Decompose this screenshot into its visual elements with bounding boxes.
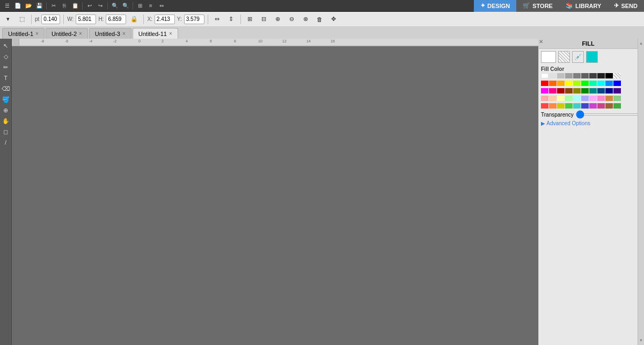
color-olive[interactable] xyxy=(573,88,581,94)
zoom-tool[interactable]: ⊕ xyxy=(1,105,11,115)
redo-icon[interactable]: ↪ xyxy=(96,1,105,11)
color-tan[interactable] xyxy=(605,96,613,101)
color-gray2[interactable] xyxy=(557,73,565,78)
cut-icon[interactable]: ✂ xyxy=(49,1,58,11)
library-button[interactable]: 📚 LIBRARY xyxy=(559,0,608,12)
ungroup-icon[interactable]: ⊟ xyxy=(258,13,270,25)
color-pink[interactable] xyxy=(549,88,557,94)
grid-icon[interactable]: ⊞ xyxy=(135,1,145,11)
color-yellow[interactable] xyxy=(565,81,573,86)
tab-close-2[interactable]: × xyxy=(79,31,82,37)
color-lightyellow[interactable] xyxy=(557,96,565,101)
color-medblue[interactable] xyxy=(581,103,589,109)
color-forestgreen[interactable] xyxy=(613,103,621,109)
color-medgreen[interactable] xyxy=(565,103,573,109)
color-magenta[interactable] xyxy=(541,88,548,94)
toolbar-icon1[interactable]: ⬚ xyxy=(16,13,28,25)
zoom-out-icon[interactable]: 🔍 xyxy=(110,1,120,11)
color-amber[interactable] xyxy=(557,81,565,86)
color-medpurple[interactable] xyxy=(589,103,597,109)
zoom-in-icon[interactable]: 🔍 xyxy=(121,1,130,11)
color-white[interactable] xyxy=(541,73,548,78)
send-button[interactable]: ✈ SEND xyxy=(608,0,644,12)
color-hotpink[interactable] xyxy=(597,96,605,101)
copy-icon[interactable]: ⎘ xyxy=(60,1,69,11)
scroll-down-arrow[interactable]: ▼ xyxy=(639,338,643,343)
color-peach[interactable] xyxy=(549,96,557,101)
select-tool[interactable]: ▾ xyxy=(2,13,14,25)
height-input[interactable] xyxy=(106,15,126,24)
eraser-tool[interactable]: ⌫ xyxy=(1,84,11,94)
color-purple[interactable] xyxy=(613,88,621,94)
move-icon[interactable]: ✥ xyxy=(328,13,340,25)
color-mint[interactable] xyxy=(589,81,597,86)
lock-icon[interactable]: 🔒 xyxy=(128,13,140,25)
color-darkgreen[interactable] xyxy=(581,88,589,94)
color-gray7[interactable] xyxy=(597,73,605,78)
tab-close-3[interactable]: × xyxy=(122,31,126,37)
undo-icon[interactable]: ↩ xyxy=(85,1,94,11)
minus-icon[interactable]: ⊖ xyxy=(286,13,298,25)
node-tool[interactable]: ◇ xyxy=(1,52,11,61)
color-medcyan[interactable] xyxy=(573,103,581,109)
color-lightmagenta[interactable] xyxy=(589,96,597,101)
pencil-tool[interactable]: ✏ xyxy=(1,62,11,72)
open-icon[interactable]: 📂 xyxy=(24,1,33,11)
color-sage[interactable] xyxy=(613,96,621,101)
color-cyan[interactable] xyxy=(597,81,605,86)
line-tool[interactable]: / xyxy=(1,138,11,147)
color-gray4[interactable] xyxy=(573,73,581,78)
scroll-up-arrow[interactable]: ▲ xyxy=(639,41,643,46)
color-lightgreen[interactable] xyxy=(565,96,573,101)
menu-icon[interactable]: ☰ xyxy=(2,1,12,11)
color-pattern[interactable] xyxy=(613,73,621,78)
color-orange[interactable] xyxy=(549,81,557,86)
flip-h-icon[interactable]: ⇔ xyxy=(211,13,223,25)
intersect-icon[interactable]: ⊗ xyxy=(300,13,312,25)
color-gray6[interactable] xyxy=(589,73,597,78)
advanced-options-toggle[interactable]: ▶ Advanced Options xyxy=(541,120,635,126)
combine-icon[interactable]: ⊕ xyxy=(272,13,284,25)
color-lime[interactable] xyxy=(573,81,581,86)
color-darkbrown[interactable] xyxy=(605,103,613,109)
color-lightblue[interactable] xyxy=(581,96,589,101)
mirror-icon[interactable]: ⇔ xyxy=(157,1,166,11)
shape-tool[interactable]: ◻ xyxy=(1,127,11,136)
color-green[interactable] xyxy=(581,81,589,86)
color-medpink[interactable] xyxy=(597,103,605,109)
paste-icon[interactable]: 📋 xyxy=(70,1,80,11)
tab-close-4[interactable]: × xyxy=(169,31,172,37)
flip-v-icon[interactable]: ⇕ xyxy=(225,13,237,25)
color-navy[interactable] xyxy=(597,88,605,94)
tab-close-1[interactable]: × xyxy=(35,31,39,37)
color-darknavy[interactable] xyxy=(605,88,613,94)
color-blue[interactable] xyxy=(605,81,613,86)
color-black[interactable] xyxy=(605,73,613,78)
color-gray1[interactable] xyxy=(549,73,557,78)
hand-tool[interactable]: ✋ xyxy=(1,116,11,126)
y-input[interactable] xyxy=(184,15,204,24)
x-input[interactable] xyxy=(155,15,175,24)
width-input[interactable] xyxy=(76,15,96,24)
color-lightpink[interactable] xyxy=(541,96,548,101)
tab-untitled3[interactable]: Untitled-3 × xyxy=(89,28,131,39)
color-brown[interactable] xyxy=(565,88,573,94)
fill-swatch-white[interactable] xyxy=(541,51,556,63)
align-icon[interactable]: ≡ xyxy=(146,1,156,11)
trash-icon[interactable]: 🗑 xyxy=(314,13,326,25)
group-icon[interactable]: ⊞ xyxy=(244,13,256,25)
right-scrollbar[interactable]: ▲ ▼ xyxy=(638,39,644,345)
color-gray3[interactable] xyxy=(565,73,573,78)
color-coral[interactable] xyxy=(549,103,557,109)
fill-tool[interactable]: 🪣 xyxy=(1,95,11,104)
eyedropper-tool[interactable]: 💉 xyxy=(572,51,584,63)
fill-pattern-button[interactable] xyxy=(558,51,570,63)
panel-close-icon[interactable]: ✕ xyxy=(539,39,543,45)
pointer-tool[interactable]: ↖ xyxy=(1,41,11,51)
design-button[interactable]: ✦ DESIGN xyxy=(474,0,516,12)
new-icon[interactable]: 📄 xyxy=(13,1,23,11)
store-button[interactable]: 🛒 STORE xyxy=(516,0,559,12)
tab-untitled2[interactable]: Untitled-2 × xyxy=(46,28,88,39)
color-darkblue[interactable] xyxy=(613,81,621,86)
color-teal[interactable] xyxy=(589,88,597,94)
